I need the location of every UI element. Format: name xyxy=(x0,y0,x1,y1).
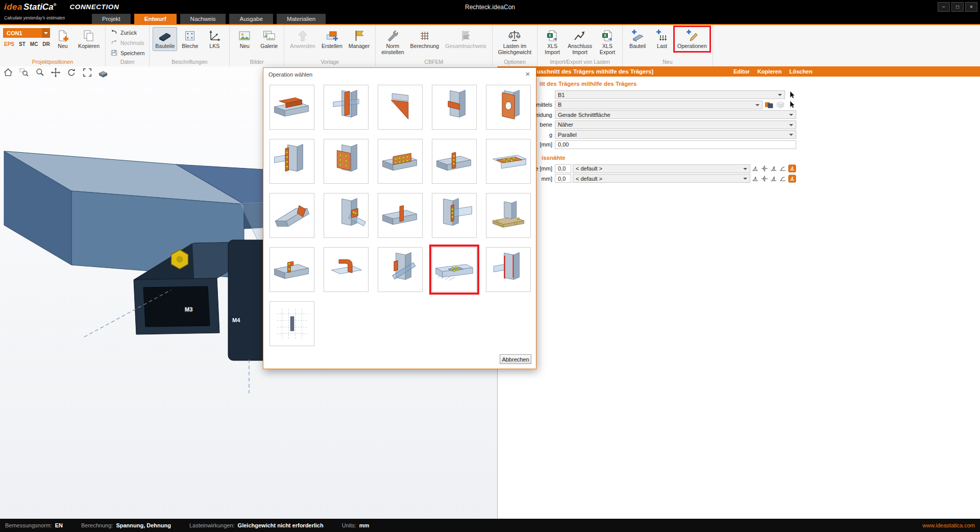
xls-export-button[interactable]: XXLS Export xyxy=(596,27,619,57)
minimize-icon[interactable]: − xyxy=(938,2,950,12)
group-label: Vorlage xyxy=(284,58,375,66)
operation-thumbnail-splice-plates[interactable] xyxy=(378,139,423,184)
lasten-im-gleichgewicht-button[interactable]: Lasten im Gleichgewicht xyxy=(496,27,534,57)
weld-material-select[interactable]: < default > xyxy=(573,164,750,173)
weld-fillet-icon[interactable] xyxy=(751,175,760,183)
property-value: 0,00 xyxy=(558,141,569,148)
weld-material-select[interactable]: < default > xyxy=(573,174,750,183)
operation-thumbnail-opening[interactable] xyxy=(486,85,531,130)
weld-size-input[interactable]: 0,0 xyxy=(555,164,571,173)
operation-thumbnail-bent-plate[interactable] xyxy=(324,247,369,292)
xls-import-button[interactable]: XXLS Import xyxy=(541,27,564,57)
cursor-select-icon[interactable] xyxy=(787,90,796,100)
pan-button[interactable] xyxy=(51,67,61,78)
connection-selector[interactable]: CON1 xyxy=(3,28,50,38)
last-button[interactable]: Last xyxy=(650,27,674,51)
tab-bar: Calculate yesterday's estimates ProjektE… xyxy=(0,14,980,25)
nochmals-button: Nochmals xyxy=(109,38,146,47)
operation-thumbnail-gusset-plate[interactable] xyxy=(324,193,369,238)
weld-active-icon[interactable] xyxy=(788,175,796,183)
weld-double-icon[interactable] xyxy=(761,164,769,173)
bleche-button[interactable]: Bleche xyxy=(178,27,202,51)
weld-flare-icon[interactable] xyxy=(779,164,787,173)
viewport-toolbar xyxy=(3,67,108,78)
bauteil-button[interactable]: Bauteil xyxy=(626,27,649,51)
kopieren-button[interactable]: Kopieren xyxy=(76,27,102,51)
berechnung-button[interactable]: Berechnung xyxy=(408,27,442,51)
zur-ck-button[interactable]: Zurück xyxy=(109,28,146,37)
neu-button[interactable]: Neu xyxy=(233,27,256,51)
tab-projekt[interactable]: Projekt xyxy=(92,14,131,24)
operation-thumbnail-rib[interactable] xyxy=(432,85,477,130)
property-select[interactable]: Parallel xyxy=(555,130,796,139)
speichern-button[interactable]: Speichern xyxy=(109,49,146,57)
operation-thumbnail-end-plate-bolted[interactable] xyxy=(270,139,314,184)
button-label: Berechnung xyxy=(410,43,439,50)
code-eps[interactable]: EPS xyxy=(4,41,14,47)
tab-nachweis[interactable]: Nachweis xyxy=(180,14,226,24)
cursor-select-icon[interactable] xyxy=(787,100,796,109)
operation-thumbnail-cut-by-member[interactable] xyxy=(432,247,477,292)
operation-thumbnail-column-connection[interactable] xyxy=(432,193,477,238)
property-value: Näher xyxy=(558,122,573,128)
zoom-button[interactable] xyxy=(35,67,45,78)
home-button[interactable] xyxy=(3,67,13,78)
cancel-button[interactable]: Abbrechen xyxy=(500,354,531,364)
header-action-l-schen[interactable]: Löschen xyxy=(789,68,812,75)
zoom-window-button[interactable] xyxy=(19,67,29,78)
plate-pair-icon[interactable] xyxy=(765,100,774,109)
property-input[interactable]: 0,00 xyxy=(555,140,796,149)
operation-thumbnail-stiffening-plate[interactable] xyxy=(324,85,369,130)
maximize-icon[interactable]: □ xyxy=(951,2,964,12)
group-content: ZurückNochmalsSpeichern xyxy=(106,25,149,58)
view-solid-button[interactable] xyxy=(98,67,108,78)
operation-thumbnail-workplane-grid[interactable] xyxy=(270,301,314,346)
weld-bevel-icon[interactable] xyxy=(770,175,778,183)
operation-thumbnail-widener[interactable] xyxy=(378,85,423,130)
bauteile-button[interactable]: Bauteile xyxy=(153,27,177,51)
operation-thumbnail-fin-plate[interactable] xyxy=(432,139,477,184)
operation-thumbnail-connecting-plate[interactable] xyxy=(324,139,369,184)
property-select[interactable]: Gerade Schnittfläche xyxy=(555,110,796,119)
property-select[interactable]: B1 xyxy=(555,90,785,99)
property-select[interactable]: B xyxy=(555,101,763,109)
code-st[interactable]: ST xyxy=(19,41,26,47)
dialog-close-icon[interactable]: × xyxy=(524,69,532,78)
operation-thumbnail-flange-plate[interactable] xyxy=(486,139,531,184)
operation-thumbnail-base-plate[interactable] xyxy=(486,193,531,238)
property-select[interactable]: Näher xyxy=(555,120,796,129)
code-mc[interactable]: MC xyxy=(30,41,38,47)
tab-ausgabe[interactable]: Ausgabe xyxy=(229,14,273,24)
operationen-button[interactable]: Operationen xyxy=(675,27,709,51)
operation-thumbnail-weld-connection[interactable] xyxy=(486,247,531,292)
weld-fillet-icon[interactable] xyxy=(751,164,760,173)
header-action-editor[interactable]: Editor xyxy=(733,68,750,75)
weld-flare-icon[interactable] xyxy=(779,175,787,183)
lks-button[interactable]: LKS xyxy=(203,27,226,51)
operation-thumbnail-cut-member[interactable] xyxy=(270,85,314,130)
operation-thumbnail-diagonal-cut[interactable] xyxy=(270,193,314,238)
weld-bevel-icon[interactable] xyxy=(770,164,778,173)
website-link[interactable]: www.ideastatica.com xyxy=(922,522,975,528)
status-label: Units: xyxy=(342,522,356,528)
erstellen-button[interactable]: Erstellen xyxy=(319,27,345,51)
operation-thumbnail-stiffening-member[interactable] xyxy=(378,247,423,292)
tab-entwurf[interactable]: Entwurf xyxy=(134,14,177,24)
manager-button[interactable]: Manager xyxy=(346,27,372,51)
galerie-button[interactable]: Galerie xyxy=(257,27,281,51)
weld-size-input[interactable]: 0,0 xyxy=(555,174,571,183)
weld-double-icon[interactable] xyxy=(761,175,769,183)
rotate-button[interactable] xyxy=(66,67,77,78)
group-label: Bilder xyxy=(230,58,284,66)
zoom-all-button[interactable] xyxy=(82,67,92,78)
close-icon[interactable]: × xyxy=(965,2,977,12)
operation-thumbnail-beam-splice[interactable] xyxy=(378,193,423,238)
header-action-kopieren[interactable]: Kopieren xyxy=(757,68,782,75)
neu-button[interactable]: Neu xyxy=(51,27,75,51)
anschluss-import-button[interactable]: Anschluss Import xyxy=(565,27,595,57)
weld-active-icon[interactable] xyxy=(788,164,796,173)
tab-materialien[interactable]: Materialien xyxy=(277,14,326,24)
code-dr[interactable]: DR xyxy=(42,41,50,47)
norm-einstellen-button[interactable]: Norm einstellen xyxy=(379,27,406,57)
operation-thumbnail-cleat[interactable] xyxy=(270,247,314,292)
